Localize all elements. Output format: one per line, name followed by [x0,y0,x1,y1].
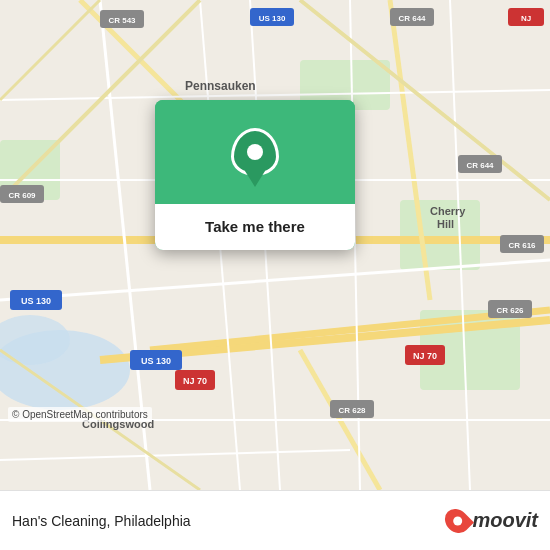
bottom-bar: Han's Cleaning, Philadelphia moovit [0,490,550,550]
svg-text:US 130: US 130 [21,296,51,306]
svg-text:NJ: NJ [521,14,531,23]
location-label: Han's Cleaning, Philadelphia [12,513,191,529]
popup-card: Take me there [155,100,355,250]
svg-text:NJ 70: NJ 70 [413,351,437,361]
map-attribution: © OpenStreetMap contributors [8,407,152,422]
svg-text:Hill: Hill [437,218,454,230]
moovit-logo: moovit [446,508,538,534]
map-container: US 130 US 130 NJ 70 NJ 70 CR 543 US 130 … [0,0,550,490]
svg-text:CR 543: CR 543 [108,16,136,25]
svg-text:CR 609: CR 609 [8,191,36,200]
svg-text:Pennsauken: Pennsauken [185,79,256,93]
location-pin-icon [231,128,279,184]
popup-icon-area [155,100,355,204]
svg-text:CR 628: CR 628 [338,406,366,415]
svg-text:US 130: US 130 [259,14,286,23]
moovit-pin-icon [440,504,474,538]
svg-text:NJ 70: NJ 70 [183,376,207,386]
svg-text:CR 644: CR 644 [466,161,494,170]
svg-text:CR 626: CR 626 [496,306,524,315]
take-me-there-button[interactable]: Take me there [155,204,355,250]
moovit-logo-text: moovit [472,509,538,532]
svg-text:US 130: US 130 [141,356,171,366]
svg-text:CR 616: CR 616 [508,241,536,250]
svg-text:Cherry: Cherry [430,205,466,217]
svg-text:CR 644: CR 644 [398,14,426,23]
